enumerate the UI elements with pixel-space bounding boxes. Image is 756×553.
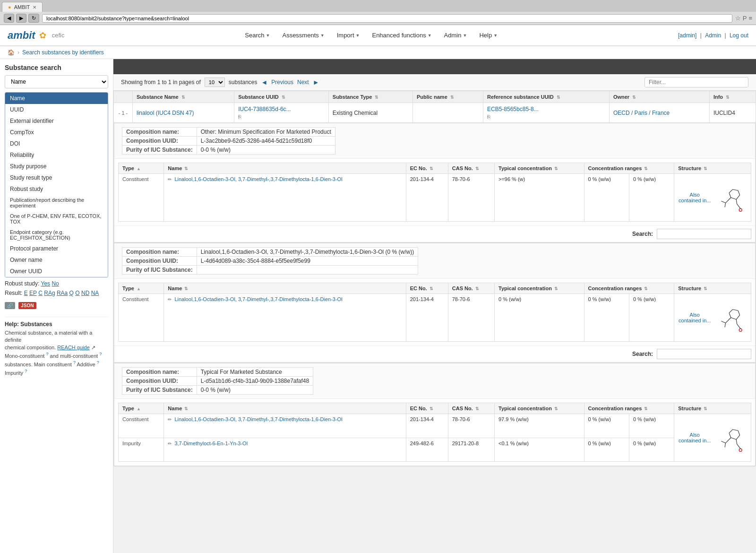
inner-col-name-2[interactable]: Name ⇅ <box>164 283 406 294</box>
result-e[interactable]: E <box>24 290 28 296</box>
nav-search[interactable]: Search ▼ <box>240 29 275 42</box>
search-input-2[interactable] <box>657 349 751 359</box>
search-type-select[interactable]: Name <box>5 75 108 88</box>
dropdown-item-owner-name[interactable]: Owner name <box>5 254 108 266</box>
additive-help-icon[interactable]: ? <box>97 360 99 365</box>
dropdown-item-owner-uuid[interactable]: Owner UUID <box>5 266 108 277</box>
json-badge[interactable]: JSON <box>18 302 36 309</box>
menu-icon[interactable]: ≡ <box>748 15 752 22</box>
col-owner[interactable]: Owner ⇅ <box>609 91 709 103</box>
nav-enhanced[interactable]: Enhanced functions ▼ <box>367 29 436 42</box>
also-contained-link-3-0[interactable]: Also contained in... <box>678 432 711 443</box>
sort-substance-type-icon[interactable]: ⇅ <box>375 95 378 100</box>
inner-col-cas-3[interactable]: CAS No. ⇅ <box>448 403 494 414</box>
multi-help-icon[interactable]: ? <box>99 352 102 356</box>
dropdown-item-robust-study[interactable]: Robust study <box>5 183 108 195</box>
sort-inner-type-icon-3[interactable]: ▲ <box>137 406 141 411</box>
inner-col-ec-1[interactable]: EC No. ⇅ <box>406 163 448 174</box>
inner-col-type-3[interactable]: Type ▲ <box>119 403 164 414</box>
admin-bracket-link[interactable]: [admin] <box>678 32 696 39</box>
home-link[interactable]: 🏠 <box>8 49 15 56</box>
inner-col-conc-1[interactable]: Concentration ranges ⇅ <box>584 163 674 174</box>
result-q[interactable]: Q <box>69 290 74 296</box>
substance-uuid-link[interactable]: IUC4-7388635d-6c... <box>238 106 291 112</box>
tab-close-button[interactable]: ✕ <box>33 5 36 10</box>
sort-inner-structure-icon-2[interactable]: ⇅ <box>704 286 707 291</box>
forward-button[interactable]: ▶ <box>16 14 26 23</box>
robust-no-link[interactable]: No <box>52 280 59 287</box>
sort-inner-typical-icon-2[interactable]: ⇅ <box>554 286 558 291</box>
result-raa[interactable]: RAa <box>57 290 68 296</box>
sort-inner-type-icon-2[interactable]: ▲ <box>137 286 141 291</box>
inner-col-cas-1[interactable]: CAS No. ⇅ <box>448 163 494 174</box>
sort-inner-name-icon-1[interactable]: ⇅ <box>184 166 188 171</box>
breadcrumb-search-link[interactable]: Search substances by identifiers <box>22 49 104 56</box>
col-substance-type[interactable]: Substance Type ⇅ <box>328 91 412 103</box>
dropdown-item-external-id[interactable]: External identifier <box>5 115 108 127</box>
sort-inner-structure-icon-3[interactable]: ⇅ <box>704 406 707 411</box>
also-contained-link-1-0[interactable]: Also contained in... <box>678 192 711 203</box>
reach-guide-link[interactable]: REACH guide <box>57 345 89 350</box>
compound-name-link-3-0[interactable]: Linalool,1,6-Octadien-3-Ol, 3,7-Dimethyl… <box>174 416 342 422</box>
col-info[interactable]: Info ⇅ <box>709 91 756 103</box>
copy-ref-uuid-icon[interactable]: ⎘ <box>487 114 605 120</box>
sort-inner-typical-icon-3[interactable]: ⇅ <box>554 406 558 411</box>
previous-button[interactable]: Previous <box>271 79 293 86</box>
sort-inner-type-icon-1[interactable]: ▲ <box>137 166 141 171</box>
inner-col-typical-2[interactable]: Typical concentration ⇅ <box>494 283 584 294</box>
inner-col-ec-3[interactable]: EC No. ⇅ <box>406 403 448 414</box>
inner-col-ec-2[interactable]: EC No. ⇅ <box>406 283 448 294</box>
inner-col-name-1[interactable]: Name ⇅ <box>164 163 406 174</box>
nav-admin[interactable]: Admin ▼ <box>439 29 472 42</box>
dropdown-item-protocol[interactable]: Protocol parameter <box>5 243 108 254</box>
sort-inner-cas-icon-2[interactable]: ⇅ <box>475 286 479 291</box>
result-nd[interactable]: ND <box>81 290 89 296</box>
owner-link[interactable]: OECD / Paris / France <box>613 110 670 116</box>
dropdown-item-study-result-type[interactable]: Study result type <box>5 172 108 183</box>
dropdown-item-uuid[interactable]: UUID <box>5 104 108 115</box>
dropdown-item-comptox[interactable]: CompTox <box>5 127 108 138</box>
sort-inner-cas-icon-3[interactable]: ⇅ <box>475 406 479 411</box>
result-ep[interactable]: EP <box>29 290 37 296</box>
reload-button[interactable]: ↻ <box>28 14 39 23</box>
inner-col-conc-3[interactable]: Concentration ranges ⇅ <box>584 403 674 414</box>
result-na[interactable]: NA <box>91 290 99 296</box>
sort-inner-ec-icon-3[interactable]: ⇅ <box>430 406 433 411</box>
mono-help-icon[interactable]: ? <box>46 352 48 356</box>
inner-col-type-2[interactable]: Type ▲ <box>119 283 164 294</box>
nav-help[interactable]: Help ▼ <box>474 29 502 42</box>
sort-inner-structure-icon-1[interactable]: ⇅ <box>704 166 707 171</box>
sort-public-name-icon[interactable]: ⇅ <box>450 95 454 100</box>
filter-input[interactable] <box>644 77 748 87</box>
sort-inner-ec-icon-2[interactable]: ⇅ <box>430 286 433 291</box>
dropdown-item-publication[interactable]: Publication/report describing the experi… <box>5 195 108 211</box>
substance-name-link[interactable]: linalool (IUC4 DSN 47) <box>137 110 194 116</box>
search-input-1[interactable] <box>657 229 751 239</box>
col-substance-name[interactable]: Substance Name ⇅ <box>133 91 234 103</box>
compound-name-link-2-0[interactable]: Linalool,1,6-Octadien-3-Ol, 3,7-Dimethyl… <box>174 296 342 302</box>
star-icon[interactable]: ☆ <box>735 15 741 22</box>
col-public-name[interactable]: Public name ⇅ <box>412 91 483 103</box>
dropdown-item-reliability[interactable]: Reliability <box>5 149 108 161</box>
compound-name-link-3-1[interactable]: 3,7-Dimethyloct-6-En-1-Yn-3-Ol <box>174 441 248 446</box>
nav-import[interactable]: Import ▼ <box>332 29 365 42</box>
sort-inner-conc-icon-2[interactable]: ⇅ <box>644 286 648 291</box>
result-rag[interactable]: RAg <box>44 290 55 296</box>
inner-col-name-3[interactable]: Name ⇅ <box>164 403 406 414</box>
inner-col-conc-2[interactable]: Concentration ranges ⇅ <box>584 283 674 294</box>
back-button[interactable]: ◀ <box>4 14 14 23</box>
sort-reference-uuid-icon[interactable]: ⇅ <box>557 95 560 100</box>
impurity-help-icon[interactable]: ? <box>25 369 27 373</box>
inner-col-typical-3[interactable]: Typical concentration ⇅ <box>494 403 584 414</box>
next-button[interactable]: Next <box>297 79 309 86</box>
admin-link[interactable]: Admin <box>705 32 721 39</box>
inner-col-cas-2[interactable]: CAS No. ⇅ <box>448 283 494 294</box>
sort-inner-ec-icon-1[interactable]: ⇅ <box>430 166 433 171</box>
page-size-select[interactable]: 10 25 50 <box>205 78 225 87</box>
result-c[interactable]: C <box>38 290 43 296</box>
dropdown-item-doi[interactable]: DOI <box>5 138 108 149</box>
main-help-icon[interactable]: ? <box>73 360 76 365</box>
logout-link[interactable]: Log out <box>730 32 748 39</box>
sort-inner-name-icon-2[interactable]: ⇅ <box>184 286 188 291</box>
nav-assessments[interactable]: Assessments ▼ <box>277 29 329 42</box>
